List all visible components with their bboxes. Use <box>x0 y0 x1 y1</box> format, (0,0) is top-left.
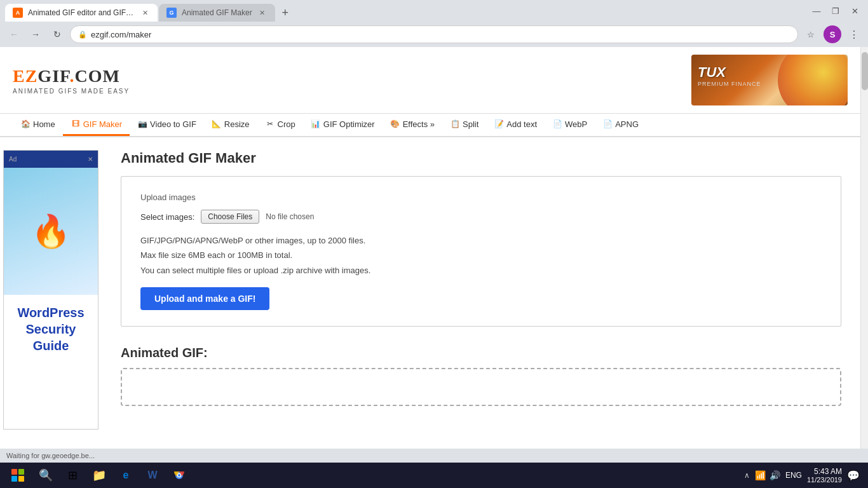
upload-info-line-1: GIF/JPG/PNG/APNG/WebP or other images, u… <box>140 233 822 248</box>
close-button[interactable]: ✕ <box>846 3 863 19</box>
ad-banner: TUX PREMIUM FINANCE <box>691 55 848 105</box>
nav-gif-maker[interactable]: 🎞 GIF Maker <box>63 114 130 136</box>
upload-info-line-2: Max file size 6MB each or 100MB in total… <box>140 248 822 262</box>
split-icon: 📋 <box>450 119 460 129</box>
task-view-icon: ⊞ <box>65 468 80 483</box>
logo: EZGIF.COM ANIMATED GIFS MADE EASY <box>13 66 130 95</box>
sidebar: Ad ✕ 🔥 WordPress Security Guide <box>0 137 102 449</box>
crop-icon: ✂ <box>265 119 275 129</box>
nav-split-label: Split <box>463 119 478 129</box>
nav-video-to-gif[interactable]: 📷 Video to GIF <box>130 114 204 136</box>
language-indicator[interactable]: ENG <box>785 471 802 480</box>
flame-icon: 🔥 <box>31 213 71 250</box>
gif-maker-icon: 🎞 <box>71 119 81 129</box>
main-content: Ad ✕ 🔥 WordPress Security Guide <box>0 137 860 449</box>
edge-icon: e <box>118 468 133 483</box>
back-button[interactable]: ← <box>5 25 23 43</box>
start-button[interactable] <box>3 464 32 487</box>
upload-row: Select images: Choose Files No file chos… <box>140 210 822 224</box>
tab-1-close[interactable]: ✕ <box>140 8 150 18</box>
upload-make-gif-button[interactable]: Upload and make a GIF! <box>140 287 269 310</box>
tab-1-favicon: A <box>13 8 23 18</box>
minimize-button[interactable]: — <box>808 3 825 19</box>
clock[interactable]: 5:43 AM 11/23/2019 <box>807 467 842 484</box>
nav-webp-label: WebP <box>565 119 587 129</box>
notification-button[interactable]: 💬 <box>847 470 860 482</box>
optimizer-icon: 📊 <box>311 119 321 129</box>
sidebar-ad-header: Ad ✕ <box>4 151 98 168</box>
taskbar-task-view[interactable]: ⊞ <box>60 464 85 487</box>
animated-gif-section: Animated GIF: <box>121 346 841 406</box>
nav-bar: 🏠 Home 🎞 GIF Maker 📷 Video to GIF 📐 Resi… <box>0 113 860 137</box>
tab-2-favicon: G <box>166 8 177 18</box>
video-icon: 📷 <box>137 119 147 129</box>
tab-1[interactable]: A Animated GIF editor and GIF ma... ✕ <box>5 4 158 22</box>
taskbar-chrome[interactable] <box>166 464 192 487</box>
new-tab-button[interactable]: + <box>276 4 294 22</box>
page-title: Animated GIF Maker <box>121 150 841 166</box>
webp-icon: 📄 <box>552 119 562 129</box>
bookmark-button[interactable]: ☆ <box>802 25 820 43</box>
maximize-button[interactable]: ❐ <box>827 3 844 19</box>
taskbar: 🔍 ⊞ 📁 e W <box>0 463 868 488</box>
taskbar-file-explorer[interactable]: 📁 <box>86 464 112 487</box>
forward-button[interactable]: → <box>27 25 44 43</box>
nav-effects-label: Effects » <box>403 119 435 129</box>
nav-resize[interactable]: 📐 Resize <box>204 114 257 136</box>
refresh-button[interactable]: ↻ <box>48 25 66 43</box>
title-bar: A Animated GIF editor and GIF ma... ✕ G … <box>0 0 868 22</box>
taskbar-word[interactable]: W <box>140 464 165 487</box>
nav-gif-optimizer[interactable]: 📊 GIF Optimizer <box>303 114 383 136</box>
window-controls: — ❐ ✕ <box>808 3 863 19</box>
upload-box-wrapper: Upload images Select images: Choose File… <box>121 176 841 327</box>
tab-bar: A Animated GIF editor and GIF ma... ✕ G … <box>5 0 801 22</box>
taskbar-edge[interactable]: e <box>113 464 139 487</box>
page-area: EZGIF.COM ANIMATED GIFS MADE EASY TUX PR… <box>0 47 868 449</box>
sidebar-ad-title: WordPress Security Guide <box>10 304 92 354</box>
nav-effects[interactable]: 🎨 Effects » <box>383 114 442 136</box>
file-explorer-icon: 📁 <box>92 468 107 483</box>
volume-icon[interactable]: 🔊 <box>770 470 780 480</box>
url-bar[interactable]: 🔒 ezgif.com/maker <box>70 25 798 43</box>
time-display: 5:43 AM <box>807 467 842 476</box>
choose-files-button[interactable]: Choose Files <box>201 210 259 224</box>
status-text: Waiting for gw.geoedge.be... <box>6 452 95 459</box>
apng-icon: 📄 <box>602 119 613 129</box>
nav-crop[interactable]: ✂ Crop <box>257 114 303 136</box>
resize-icon: 📐 <box>212 119 222 129</box>
upload-info-line-3: You can select multiple files or upload … <box>140 263 822 278</box>
nav-apng-label: APNG <box>615 119 639 129</box>
search-icon: 🔍 <box>38 468 53 483</box>
nav-add-text[interactable]: 📝 Add text <box>486 114 545 136</box>
tab-2-close[interactable]: ✕ <box>257 8 268 18</box>
upload-section-title: Upload images <box>140 193 822 202</box>
nav-webp[interactable]: 📄 WebP <box>545 114 595 136</box>
system-tray-expand[interactable]: ∧ <box>744 471 750 480</box>
taskbar-system-area: ∧ 📶 🔊 ENG 5:43 AM 11/23/2019 💬 <box>739 467 865 484</box>
select-label: Select images: <box>140 212 194 222</box>
animated-gif-box <box>121 368 841 406</box>
ad-close-icon[interactable]: ✕ <box>88 156 93 163</box>
nav-apng[interactable]: 📄 APNG <box>595 114 646 136</box>
nav-optimizer-label: GIF Optimizer <box>323 119 375 129</box>
svg-point-3 <box>178 474 180 477</box>
nav-resize-label: Resize <box>224 119 250 129</box>
windows-logo <box>11 469 24 482</box>
network-icon[interactable]: 📶 <box>755 470 766 480</box>
site-header: EZGIF.COM ANIMATED GIFS MADE EASY TUX PR… <box>0 47 860 113</box>
status-bar: Waiting for gw.geoedge.be... <box>0 449 868 463</box>
nav-split[interactable]: 📋 Split <box>442 114 486 136</box>
sidebar-ad: Ad ✕ 🔥 WordPress Security Guide <box>3 150 98 430</box>
nav-home-label: Home <box>33 119 55 129</box>
scroll-thumb[interactable] <box>862 52 868 90</box>
taskbar-search[interactable]: 🔍 <box>33 464 58 487</box>
date-display: 11/23/2019 <box>807 476 842 484</box>
menu-button[interactable]: ⋮ <box>845 25 863 43</box>
profile-button[interactable]: S <box>824 25 841 43</box>
ad-label: Ad <box>9 156 17 163</box>
upload-section: Upload images Select images: Choose File… <box>121 177 841 326</box>
scrollbar <box>860 47 868 449</box>
tab-2[interactable]: G Animated GIF Maker ✕ <box>159 4 275 22</box>
animated-gif-title: Animated GIF: <box>121 346 841 360</box>
nav-home[interactable]: 🏠 Home <box>13 114 63 136</box>
